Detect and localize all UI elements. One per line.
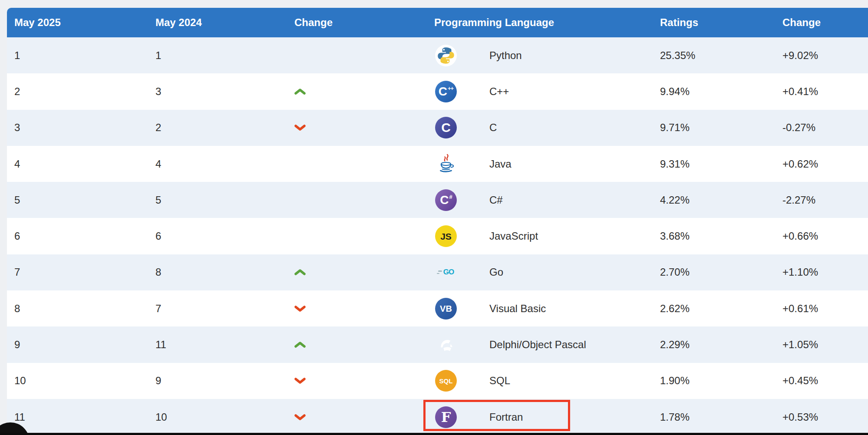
rank-2025-value: 5 (7, 194, 155, 206)
language-cell[interactable]: VB Visual Basic (434, 290, 660, 326)
rank-change-cell (294, 341, 434, 348)
rank-2025-value: 7 (7, 266, 155, 278)
rating-value: 1.90% (660, 375, 782, 387)
rank-change-cell (294, 233, 434, 240)
table-row: 2 3 C++ C++ 9.94% +0.41% (7, 73, 868, 109)
rating-change-value: +0.62% (782, 158, 868, 170)
language-name[interactable]: Fortran (489, 411, 523, 423)
language-name[interactable]: JavaScript (489, 230, 538, 242)
rating-change-value: +0.66% (782, 230, 868, 242)
trend-arrow-icon (294, 377, 306, 384)
language-icon: JS (435, 225, 457, 247)
trend-arrow-icon (294, 269, 306, 276)
language-cell[interactable]: JS JavaScript (434, 218, 660, 254)
language-cell[interactable]: Delphi/Object Pascal (434, 326, 660, 362)
rank-2024-value: 10 (155, 411, 294, 423)
rating-change-value: +9.02% (782, 49, 868, 62)
rank-change-cell (294, 269, 434, 276)
language-cell[interactable]: SQL SQL (434, 363, 660, 399)
rank-2025-value: 2 (7, 86, 155, 98)
rank-change-cell (294, 88, 434, 95)
rank-2024-value: 9 (155, 375, 294, 387)
language-name[interactable]: SQL (489, 375, 510, 387)
cpp-icon: C++ (435, 81, 457, 102)
table-row: 9 11 Delphi/Object Pascal 2.29% +1.05% (7, 326, 868, 362)
rating-change-value: +1.05% (782, 339, 868, 351)
rank-change-cell (294, 52, 434, 59)
rank-2025-value: 6 (7, 230, 155, 242)
col-header-ratings: Ratings (660, 16, 782, 29)
rank-2025-value: 3 (7, 122, 155, 134)
language-cell[interactable]: C C (434, 110, 660, 146)
rating-change-value: +0.41% (782, 86, 868, 98)
language-cell[interactable]: Python (434, 37, 660, 73)
language-cell[interactable]: C++ C++ (434, 73, 660, 109)
language-name[interactable]: Go (489, 266, 503, 278)
language-name[interactable]: Java (489, 158, 512, 170)
language-name[interactable]: C++ (489, 86, 509, 98)
language-icon: VB (435, 298, 457, 320)
sql-icon: SQL (435, 370, 457, 392)
language-name[interactable]: C# (489, 194, 503, 206)
language-cell[interactable]: Java (434, 146, 660, 182)
table-row: 5 5 C# C# 4.22% -2.27% (7, 182, 868, 218)
table-row: 6 6 JS JavaScript 3.68% +0.66% (7, 218, 868, 254)
rating-value: 3.68% (660, 230, 782, 242)
rank-2025-value: 4 (7, 158, 155, 170)
c-icon: C (435, 117, 457, 138)
java-logo (435, 153, 457, 175)
visual-basic-icon: VB (435, 298, 457, 320)
rank-2025-value: 1 (7, 49, 155, 62)
language-icon: C (435, 117, 457, 138)
trend-arrow-icon (294, 88, 306, 95)
rank-2024-value: 8 (155, 266, 294, 278)
rating-value: 2.29% (660, 339, 782, 351)
rank-2025-value: 9 (7, 339, 155, 351)
language-icon: SQL (435, 370, 457, 392)
language-cell[interactable]: GO Go (434, 254, 660, 290)
rank-2024-value: 3 (155, 86, 294, 98)
trend-arrow-icon (294, 414, 306, 421)
table-body: 1 1 Python 25.35% +9.02% 2 3 C++ C++ (7, 37, 868, 435)
rank-change-cell (294, 377, 434, 384)
rank-2024-value: 6 (155, 230, 294, 242)
language-name[interactable]: Delphi/Object Pascal (489, 339, 586, 351)
col-header-rank-change: Change (294, 16, 434, 29)
table-row: 1 1 Python 25.35% +9.02% (7, 37, 868, 73)
col-header-ratings-change: Change (782, 16, 868, 29)
language-cell[interactable]: C# C# (434, 182, 660, 218)
language-cell[interactable]: F Fortran (434, 399, 660, 435)
language-name[interactable]: Python (489, 49, 522, 62)
trend-arrow-icon (294, 341, 306, 348)
table-row: 11 10 F Fortran 1.78% +0.53% (7, 399, 868, 435)
rank-change-cell (294, 161, 434, 168)
rating-change-value: -0.27% (782, 122, 868, 134)
language-icon: C++ (435, 81, 457, 102)
table-row: 4 4 Java 9.31% +0.62% (7, 146, 868, 182)
language-icon (435, 45, 457, 66)
fortran-icon: F (435, 406, 457, 428)
rating-change-value: -2.27% (782, 194, 868, 206)
rating-value: 9.71% (660, 122, 782, 134)
rating-value: 9.31% (660, 158, 782, 170)
rank-2025-value: 11 (7, 411, 155, 423)
table-row: 10 9 SQL SQL 1.90% +0.45% (7, 363, 868, 399)
language-name[interactable]: C (489, 122, 497, 134)
python-logo (435, 45, 457, 66)
col-header-may-2024: May 2024 (155, 16, 294, 29)
rank-2024-value: 2 (155, 122, 294, 134)
rank-change-cell (294, 305, 434, 312)
language-name[interactable]: Visual Basic (489, 303, 546, 315)
rank-2024-value: 5 (155, 194, 294, 206)
language-icon: GO (435, 261, 457, 283)
rating-value: 1.78% (660, 411, 782, 423)
delphi-helmet-logo (435, 334, 457, 356)
rank-2024-value: 1 (155, 49, 294, 62)
bottom-edge-bar (0, 433, 868, 435)
trend-arrow-icon (294, 305, 306, 312)
rating-value: 25.35% (660, 49, 782, 62)
rating-change-value: +0.45% (782, 375, 868, 387)
trend-arrow-icon (294, 124, 306, 131)
language-icon (435, 153, 457, 175)
tiobe-index-table: May 2025 May 2024 Change Programming Lan… (7, 8, 868, 435)
